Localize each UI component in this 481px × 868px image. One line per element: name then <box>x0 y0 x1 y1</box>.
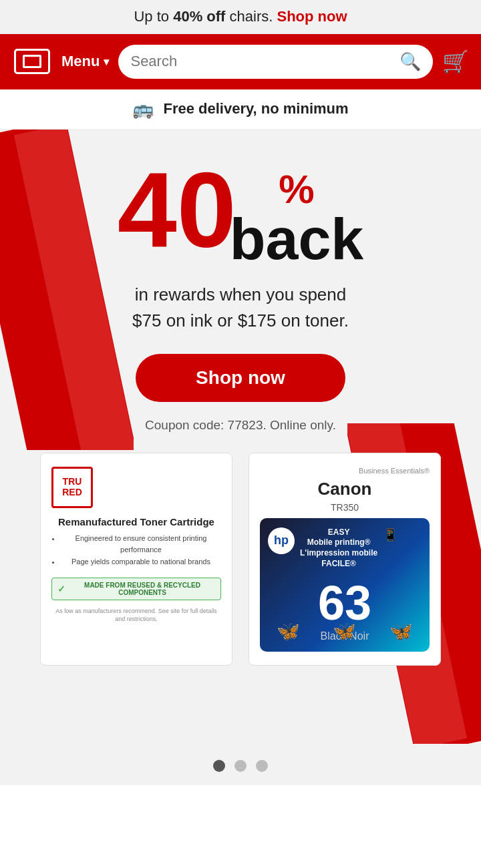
hero-percent-back: % back <box>230 170 364 268</box>
canon-brand: Canon <box>260 479 430 499</box>
product-card-tru-red: TRURED Remanufactured Toner Cartridge En… <box>40 453 232 666</box>
butterfly-1: 🦋 <box>277 620 300 642</box>
tru-red-text: TRURED <box>62 477 82 497</box>
product-bullets-left: Engineered to ensure consistent printing… <box>51 533 221 568</box>
eco-badge: ✓ MADE FROM REUSED & RECYCLED COMPONENTS <box>51 578 221 600</box>
logo <box>12 46 52 77</box>
business-essentials-label: Business Essentials® <box>260 467 430 475</box>
hero-back-text: back <box>230 206 364 272</box>
logo-inner <box>23 55 41 68</box>
hp-header: hp EASYMobile printing®L'impression mobi… <box>268 527 422 569</box>
dot-3[interactable] <box>256 760 268 772</box>
search-button[interactable]: 🔍 <box>399 51 421 72</box>
header: Menu ▾ 🔍 🛒 <box>0 34 481 89</box>
search-icon: 🔍 <box>399 51 421 71</box>
bottom-space <box>0 785 481 812</box>
bullet-1: Engineered to ensure consistent printing… <box>61 533 221 556</box>
hero-discount-number: 40 <box>118 156 236 263</box>
hp-logo: hp <box>268 527 295 554</box>
bullet-2: Page yields comparable to national brand… <box>61 556 221 568</box>
hero-content: 40 % back in rewards when you spend $75 … <box>0 130 481 686</box>
product-small-print: As low as manufacturers recommend. See s… <box>51 607 221 624</box>
products-area: TRURED Remanufactured Toner Cartridge En… <box>20 453 461 666</box>
hero-percent-symbol: % <box>230 170 364 210</box>
cart-button[interactable]: 🛒 <box>442 49 469 74</box>
hp-ink-box: hp EASYMobile printing®L'impression mobi… <box>260 518 430 652</box>
hero-subtext: in rewards when you spend $75 on ink or … <box>20 282 461 334</box>
menu-button[interactable]: Menu ▾ <box>61 53 109 70</box>
delivery-bar: 🚌 Free delivery, no minimum <box>0 89 481 130</box>
dot-1[interactable] <box>213 760 225 772</box>
banner-text-before: Up to <box>134 8 173 25</box>
menu-label: Menu <box>61 53 100 70</box>
hp-mobile-icon: 📱 <box>383 527 397 542</box>
top-banner: Up to 40% off chairs. Shop now <box>0 0 481 34</box>
butterfly-2: 🦋 <box>333 620 356 642</box>
banner-shop-link[interactable]: Shop now <box>277 8 347 25</box>
delivery-text: Free delivery, no minimum <box>163 100 348 118</box>
canon-model: TR350 <box>260 502 430 513</box>
hp-butterflies: 🦋 🦋 🦋 <box>260 620 430 642</box>
cart-icon: 🛒 <box>442 49 469 73</box>
eco-check-icon: ✓ <box>57 584 65 594</box>
hero-banner: 40 % back in rewards when you spend $75 … <box>0 130 481 744</box>
dot-2[interactable] <box>234 760 247 772</box>
chevron-down-icon: ▾ <box>104 55 109 68</box>
logo-icon <box>14 49 50 74</box>
butterfly-3: 🦋 <box>389 620 413 642</box>
coupon-text: Coupon code: 77823. Online only. <box>20 418 461 433</box>
carousel-dots <box>0 744 481 785</box>
eco-label: MADE FROM REUSED & RECYCLED COMPONENTS <box>69 582 215 596</box>
tru-red-badge: TRURED <box>51 467 93 508</box>
product-card-hp: Business Essentials® Canon TR350 hp EASY… <box>249 453 441 666</box>
hp-easy-label: EASYMobile printing®L'impression mobileF… <box>300 527 377 569</box>
banner-bold: 40% off <box>173 8 225 25</box>
shop-now-button[interactable]: Shop now <box>136 354 345 402</box>
hero-headline: 40 % back <box>20 156 461 268</box>
product-title-left: Remanufactured Toner Cartridge <box>51 516 221 527</box>
search-input[interactable] <box>130 53 393 70</box>
banner-text-after: chairs. <box>225 8 273 25</box>
delivery-icon: 🚌 <box>132 99 154 120</box>
search-bar: 🔍 <box>118 45 433 79</box>
